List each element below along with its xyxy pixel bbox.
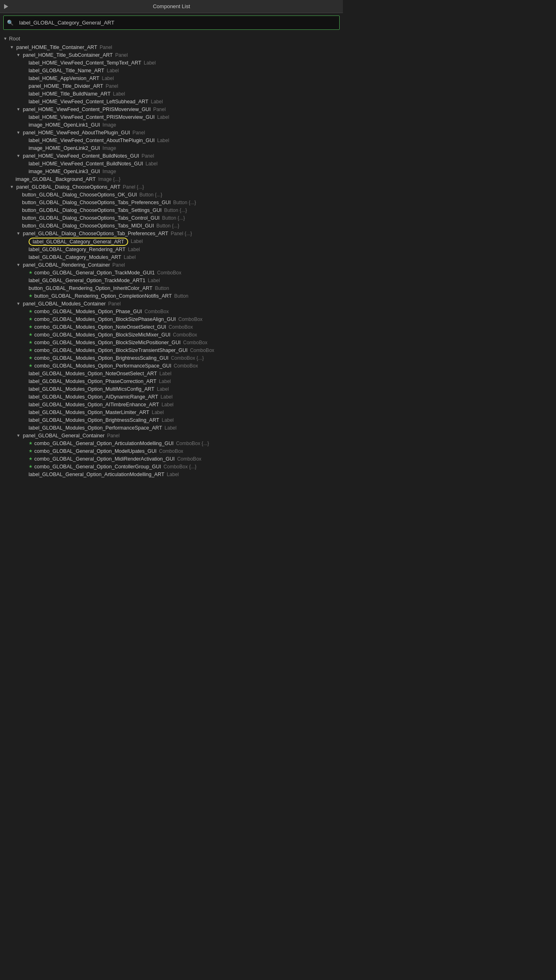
item-name: label_GLOBAL_Modules_Option_AITimbreEnha…: [29, 402, 159, 408]
tree-item-r51[interactable]: ▼panel_GLOBAL_General_ContainerPanel: [0, 432, 343, 439]
tree-item-r13[interactable]: label_HOME_ViewFeed_Content_AboutThePlug…: [0, 136, 343, 144]
toggle-icon[interactable]: ▼: [16, 107, 22, 111]
tree-item-r36[interactable]: ★combo_GLOBAL_Modules_Option_BlockSizePh…: [0, 315, 343, 323]
item-type: Label: [107, 68, 119, 74]
toggle-icon[interactable]: ▼: [16, 263, 22, 267]
item-name: label_HOME_Title_BuildName_ART: [29, 91, 111, 97]
tree-item-r18[interactable]: image_GLOBAL_Background_ARTImage {...}: [0, 175, 343, 183]
item-name: label_GLOBAL_General_Option_Articulation…: [29, 472, 165, 477]
tree-item-r15[interactable]: ▼panel_HOME_ViewFeed_Content_BuildNotes_…: [0, 152, 343, 160]
item-name: label_HOME_ViewFeed_Content_PRISMovervie…: [29, 114, 155, 120]
tree-item-r5[interactable]: label_HOME_AppVersion_ARTLabel: [0, 74, 343, 82]
item-type: Label: [113, 91, 125, 97]
tree-item-r50[interactable]: label_GLOBAL_Modules_Option_PerformanceS…: [0, 424, 343, 432]
item-name: combo_GLOBAL_General_Option_Articulation…: [34, 441, 173, 446]
item-name: combo_GLOBAL_General_Option_ModelUpates_…: [34, 448, 156, 454]
root-toggle-icon[interactable]: ▼: [3, 36, 7, 41]
tree-item-r34[interactable]: ▼panel_GLOBAL_Modules_ContainerPanel: [0, 300, 343, 307]
toggle-icon[interactable]: ▼: [16, 433, 22, 438]
tree-item-r42[interactable]: ★combo_GLOBAL_Modules_Option_Performance…: [0, 362, 343, 370]
search-input[interactable]: [16, 18, 336, 28]
tree-item-r24[interactable]: button_GLOBAL_Dialog_ChooseOptions_Tabs_…: [0, 222, 343, 229]
tree-item-r29[interactable]: ▼panel_GLOBAL_Rendering_ContainerPanel: [0, 261, 343, 269]
item-type: Label: [159, 379, 171, 384]
tree-item-r33[interactable]: ★button_GLOBAL_Rendering_Option_Completi…: [0, 292, 343, 300]
toggle-icon[interactable]: ▼: [10, 45, 16, 49]
toggle-icon[interactable]: ▼: [16, 301, 22, 306]
item-type: Button: [174, 293, 189, 299]
tree-item-r31[interactable]: label_GLOBAL_General_Option_TrackMode_AR…: [0, 276, 343, 284]
tree-item-r1[interactable]: ▼panel_HOME_Title_Container_ARTPanel: [0, 43, 343, 51]
collapse-icon[interactable]: [4, 4, 8, 9]
tree-item-r12[interactable]: ▼panel_HOME_ViewFeed_AboutThePlugin_GUIP…: [0, 129, 343, 136]
tree-item-r22[interactable]: button_GLOBAL_Dialog_ChooseOptions_Tabs_…: [0, 206, 343, 214]
tree-item-r14[interactable]: image_HOME_OpenLink2_GUIImage: [0, 144, 343, 152]
tree-item-r47[interactable]: label_GLOBAL_Modules_Option_AITimbreEnha…: [0, 401, 343, 408]
tree-item-r43[interactable]: label_GLOBAL_Modules_Option_NoteOnsetSel…: [0, 370, 343, 377]
star-icon: ★: [29, 464, 33, 469]
item-name: combo_GLOBAL_Modules_Option_BlockSizeTra…: [34, 347, 187, 353]
tree-item-r53[interactable]: ★combo_GLOBAL_General_Option_ModelUpates…: [0, 447, 343, 455]
tree-item-r40[interactable]: ★combo_GLOBAL_Modules_Option_BlockSizeTr…: [0, 346, 343, 354]
search-bar: 🔍: [0, 13, 343, 32]
tree-item-r3[interactable]: label_HOME_ViewFeed_Content_TempText_ART…: [0, 59, 343, 67]
item-type: Panel {...}: [123, 184, 144, 190]
toggle-icon[interactable]: ▼: [16, 154, 22, 158]
tree-item-r25[interactable]: ▼panel_GLOBAL_Dialog_ChooseOptions_Tab_P…: [0, 229, 343, 237]
tree-item-r6[interactable]: panel_HOME_Title_Divider_ARTPanel: [0, 82, 343, 90]
star-icon: ★: [29, 448, 33, 454]
item-name: panel_GLOBAL_Modules_Container: [23, 301, 106, 307]
item-name: combo_GLOBAL_Modules_Option_BlockSizeMic…: [34, 340, 181, 345]
tree-item-r21[interactable]: button_GLOBAL_Dialog_ChooseOptions_Tabs_…: [0, 198, 343, 206]
tree-item-r41[interactable]: ★combo_GLOBAL_Modules_Option_BrightnessS…: [0, 354, 343, 362]
star-icon: ★: [29, 309, 33, 314]
tree-item-r30[interactable]: ★combo_GLOBAL_General_Option_TrackMode_G…: [0, 269, 343, 276]
toggle-icon[interactable]: ▼: [16, 53, 22, 57]
tree-item-r27[interactable]: label_GLOBAL_Category_Rendering_ARTLabel: [0, 245, 343, 253]
tree-item-r35[interactable]: ★combo_GLOBAL_Modules_Option_Phase_GUICo…: [0, 307, 343, 315]
tree-item-r20[interactable]: button_GLOBAL_Dialog_ChooseOptions_OK_GU…: [0, 191, 343, 198]
item-type: Panel: [107, 433, 120, 439]
tree-item-r16[interactable]: label_HOME_ViewFeed_Content_BuildNotes_G…: [0, 160, 343, 167]
tree-item-r55[interactable]: ★combo_GLOBAL_General_Option_ContollerGr…: [0, 463, 343, 470]
title-bar: Component List: [0, 0, 343, 13]
tree-item-r37[interactable]: ★combo_GLOBAL_Modules_Option_NoteOnsetSe…: [0, 323, 343, 331]
item-name: panel_HOME_ViewFeed_Content_BuildNotes_G…: [23, 153, 139, 159]
item-type: Panel: [142, 153, 154, 159]
item-name: button_GLOBAL_Dialog_ChooseOptions_Tabs_…: [22, 200, 171, 205]
toggle-icon[interactable]: ▼: [16, 231, 22, 236]
tree-item-r52[interactable]: ★combo_GLOBAL_General_Option_Articulatio…: [0, 439, 343, 447]
item-type: Image: [102, 145, 116, 151]
tree-item-r8[interactable]: label_HOME_ViewFeed_Content_LeftSubhead_…: [0, 98, 343, 105]
tree-item-r19[interactable]: ▼panel_GLOBAL_Dialog_ChooseOptions_ARTPa…: [0, 183, 343, 191]
tree-item-r26[interactable]: label_GLOBAL_Category_General_ART Label: [0, 237, 343, 245]
tree-item-r23[interactable]: button_GLOBAL_Dialog_ChooseOptions_Tabs_…: [0, 214, 343, 222]
search-icon: 🔍: [7, 20, 13, 26]
tree-item-r44[interactable]: label_GLOBAL_Modules_Option_PhaseCorrect…: [0, 377, 343, 385]
tree-item-r38[interactable]: ★combo_GLOBAL_Modules_Option_BlockSizeMi…: [0, 331, 343, 339]
root-text: Root: [9, 36, 20, 42]
toggle-icon[interactable]: ▼: [16, 130, 22, 135]
tree-item-r11[interactable]: image_HOME_OpenLink1_GUIImage: [0, 121, 343, 129]
tree-item-r2[interactable]: ▼panel_HOME_Title_SubContainer_ARTPanel: [0, 51, 343, 59]
star-icon: ★: [29, 316, 33, 322]
tree-item-r4[interactable]: label_GLOBAL_Title_Name_ARTLabel: [0, 67, 343, 74]
toggle-icon[interactable]: ▼: [10, 185, 16, 189]
tree-item-r45[interactable]: label_GLOBAL_Modules_Option_MultiMicsCon…: [0, 385, 343, 393]
tree-item-r46[interactable]: label_GLOBAL_Modules_Option_AIDynamicRan…: [0, 393, 343, 401]
tree-item-r10[interactable]: label_HOME_ViewFeed_Content_PRISMovervie…: [0, 113, 343, 121]
tree-item-r54[interactable]: ★combo_GLOBAL_General_Option_MidiRenderA…: [0, 455, 343, 463]
tree-item-r9[interactable]: ▼panel_HOME_ViewFeed_Content_PRISMovervi…: [0, 105, 343, 113]
root-label: ▼ Root: [0, 34, 343, 43]
tree-item-r39[interactable]: ★combo_GLOBAL_Modules_Option_BlockSizeMi…: [0, 339, 343, 346]
tree-item-r48[interactable]: label_GLOBAL_Modules_Option_MasterLimite…: [0, 408, 343, 416]
tree-item-r49[interactable]: label_GLOBAL_Modules_Option_BrightnessSc…: [0, 416, 343, 424]
item-name: panel_GLOBAL_General_Container: [23, 433, 105, 439]
tree-item-r56[interactable]: label_GLOBAL_General_Option_Articulation…: [0, 470, 343, 478]
tree-item-r17[interactable]: image_HOME_OpenLink3_GUIImage: [0, 167, 343, 175]
tree-item-r28[interactable]: label_GLOBAL_Category_Modules_ARTLabel: [0, 253, 343, 261]
tree-item-r32[interactable]: button_GLOBAL_Rendering_Option_InheritCo…: [0, 284, 343, 292]
item-type: Label: [151, 99, 162, 105]
item-type: Panel {...}: [171, 231, 192, 236]
tree-item-r7[interactable]: label_HOME_Title_BuildName_ARTLabel: [0, 90, 343, 98]
